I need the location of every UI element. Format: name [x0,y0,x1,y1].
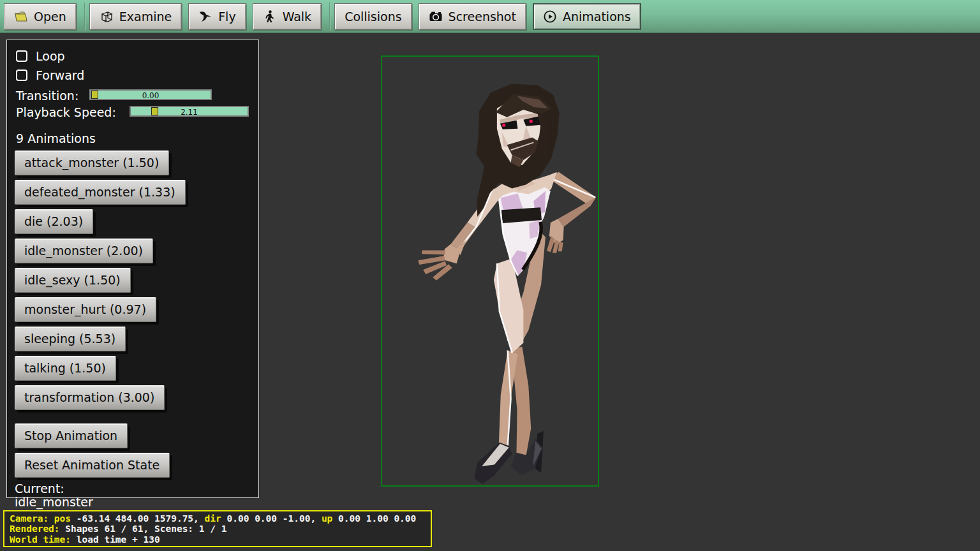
forward-row: Forward [16,69,251,82]
walk-button[interactable]: Walk [253,3,322,30]
animation-button-transformation[interactable]: transformation (3.00) [15,385,165,410]
status-world-time-line: World time: load time + 130 [10,534,426,545]
fly-label: Fly [218,10,235,24]
walking-person-icon [263,10,277,24]
cube-icon [100,10,114,24]
character-model [382,57,598,485]
transition-row: Transition: 0.00 [15,88,251,105]
toolbar: Open Examine Fly Walk Collisions Screens… [0,0,980,33]
model-bounding-box[interactable] [381,55,599,487]
reset-animation-state-button[interactable]: Reset Animation State [15,453,170,478]
examine-label: Examine [119,10,172,24]
transition-value: 0.00 [91,91,211,100]
rendered-key: Rendered: [10,524,65,534]
status-bar: Camera: pos -63.14 484.00 1579.75, dir 0… [3,510,432,547]
playback-speed-slider-thumb[interactable] [151,107,158,115]
walk-label: Walk [283,10,312,24]
animation-button-die[interactable]: die (2.03) [15,209,93,234]
transition-slider[interactable]: 0.00 [89,89,212,100]
playback-speed-label: Playback Speed: [16,105,116,119]
screenshot-button[interactable]: Screenshot [419,3,526,30]
play-circle-icon [543,10,557,24]
camera-key: Camera: pos [10,513,77,524]
animation-button-talking[interactable]: talking (1.50) [15,356,116,381]
bird-icon [198,10,212,24]
status-rendered-line: Rendered: Shapes 61 / 61, Scenes: 1 / 1 [10,524,426,534]
playback-speed-value: 2.11 [131,108,248,117]
animation-button-idle-monster[interactable]: idle_monster (2.00) [15,239,153,263]
status-camera-line: Camera: pos -63.14 484.00 1579.75, dir 0… [10,513,426,524]
fly-button[interactable]: Fly [188,3,246,30]
screenshot-label: Screenshot [449,10,516,24]
animation-button-monster-hurt[interactable]: monster_hurt (0.97) [15,297,156,322]
animation-button-attack-monster[interactable]: attack_monster (1.50) [15,151,169,175]
forward-checkbox[interactable] [16,70,27,81]
animations-button[interactable]: Animations [533,3,641,30]
camera-icon [429,10,443,24]
toolbar-separator [329,3,330,31]
forward-label: Forward [36,68,84,82]
open-label: Open [34,10,66,24]
open-button[interactable]: Open [4,3,77,30]
loop-row: Loop [16,50,251,62]
toolbar-separator [84,3,85,31]
current-animation-name: idle_monster [15,496,251,509]
current-label: Current: [15,482,251,496]
transition-slider-thumb[interactable] [91,91,98,99]
examine-button[interactable]: Examine [89,3,182,30]
collisions-label: Collisions [345,10,401,24]
animations-label: Animations [563,10,631,24]
animation-button-sleeping[interactable]: sleeping (5.53) [15,327,126,351]
folder-icon [14,10,28,24]
transition-label: Transition: [16,89,78,103]
stop-animation-button[interactable]: Stop Animation [15,423,128,448]
animation-button-idle-sexy[interactable]: idle_sexy (1.50) [15,268,131,293]
world-time-key: World time: [10,534,77,545]
animations-count-label: 9 Animations [16,131,251,145]
animation-button-defeated-monster[interactable]: defeated_monster (1.33) [15,180,186,205]
animations-panel: Loop Forward Transition: 0.00 Playback S… [6,40,259,498]
playback-speed-slider[interactable]: 2.11 [130,106,249,117]
collisions-button[interactable]: Collisions [334,3,412,30]
playback-speed-row: Playback Speed: 2.11 [15,105,251,121]
loop-label: Loop [36,49,65,63]
loop-checkbox[interactable] [16,50,27,62]
